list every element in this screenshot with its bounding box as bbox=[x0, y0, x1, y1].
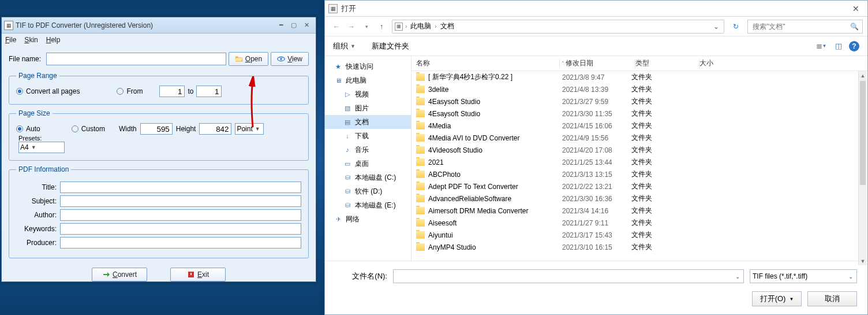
sidebar-item[interactable]: 🖥此电脑 bbox=[325, 73, 411, 87]
subject-label: Subject: bbox=[16, 197, 57, 205]
file-row[interactable]: 20212021/1/25 13:44文件夹 bbox=[411, 156, 867, 168]
open-button[interactable]: Open bbox=[229, 52, 268, 66]
from-input[interactable] bbox=[159, 86, 185, 97]
file-type: 文件夹 bbox=[631, 121, 695, 131]
file-input[interactable] bbox=[46, 53, 226, 65]
column-size[interactable]: 大小 bbox=[699, 58, 750, 68]
file-row[interactable]: AnyMP4 Studio2021/3/10 16:15文件夹 bbox=[411, 241, 867, 253]
file-row[interactable]: Aiseesoft2021/1/27 9:11文件夹 bbox=[411, 217, 867, 229]
file-date: 2021/4/8 13:39 bbox=[562, 86, 631, 94]
minimize-button[interactable]: ━ bbox=[275, 21, 287, 30]
file-name: 4Easysoft Studio bbox=[428, 98, 562, 106]
column-name[interactable]: 名称 bbox=[411, 58, 559, 68]
sidebar-item[interactable]: ⛁本地磁盘 (C:) bbox=[325, 171, 411, 184]
file-row[interactable]: 4Media AVI to DVD Converter2021/4/9 15:5… bbox=[411, 132, 867, 144]
scroll-down-button[interactable]: ▼ bbox=[859, 257, 867, 265]
radio-convert-all[interactable]: Convert all pages bbox=[16, 87, 80, 95]
sidebar-item[interactable]: ⛁本地磁盘 (E:) bbox=[325, 198, 411, 212]
file-row[interactable]: [ 新华字典4秒1步检字0.22 ]2021/3/8 9:47文件夹 bbox=[411, 71, 867, 83]
file-name: AdvancedReliableSoftware bbox=[428, 195, 562, 203]
file-row[interactable]: AdvancedReliableSoftware2021/3/30 16:36文… bbox=[411, 192, 867, 205]
sidebar-item[interactable]: ▧图片 bbox=[325, 101, 411, 115]
chevron-down-icon: ▼ bbox=[31, 144, 36, 150]
file-row[interactable]: 4Esaysoft Studio2021/3/30 11:35文件夹 bbox=[411, 108, 867, 120]
column-date[interactable]: 修改日期 bbox=[566, 58, 635, 68]
search-input[interactable] bbox=[751, 22, 850, 31]
sidebar-item[interactable]: ★快速访问 bbox=[325, 60, 411, 73]
convert-button[interactable]: Convert bbox=[92, 268, 147, 281]
exit-button[interactable]: Exit bbox=[170, 268, 226, 281]
star-icon: ★ bbox=[334, 62, 342, 71]
sidebar-item[interactable]: ▭桌面 bbox=[325, 157, 411, 171]
file-row[interactable]: Aiyuntui2021/3/17 15:43文件夹 bbox=[411, 229, 867, 241]
chevron-down-icon[interactable]: ⌄ bbox=[734, 273, 741, 280]
search-box[interactable]: 🔍 bbox=[747, 20, 863, 34]
nav-back-button[interactable]: ← bbox=[330, 20, 343, 34]
radio-custom[interactable]: Custom bbox=[72, 125, 105, 133]
nav-recent-button[interactable]: ▾ bbox=[360, 20, 373, 34]
sidebar-item[interactable]: ⛁软件 (D:) bbox=[325, 184, 411, 198]
refresh-button[interactable]: ↻ bbox=[729, 20, 743, 34]
keywords-input[interactable] bbox=[60, 223, 301, 235]
scroll-thumb[interactable] bbox=[860, 81, 866, 185]
new-folder-button[interactable]: 新建文件夹 bbox=[372, 41, 409, 51]
file-row[interactable]: Adept PDF To Text Converter2021/2/22 13:… bbox=[411, 180, 867, 192]
menu-file[interactable]: File bbox=[5, 36, 16, 44]
sidebar-item[interactable]: ✈网络 bbox=[325, 212, 411, 226]
maximize-button[interactable]: ▢ bbox=[288, 21, 300, 30]
breadcrumb-bar[interactable]: ▦ › 此电脑 › 文档 ⌄ bbox=[392, 20, 724, 34]
breadcrumb-documents[interactable]: 文档 bbox=[438, 21, 457, 31]
sidebar-item[interactable]: ↓下载 bbox=[325, 129, 411, 143]
file-row[interactable]: 3delite2021/4/8 13:39文件夹 bbox=[411, 83, 867, 95]
dialog-close-button[interactable]: ✕ bbox=[848, 3, 864, 14]
filter-combo[interactable]: TIF files (*.tif,*.tiff) ⌄ bbox=[750, 269, 857, 283]
nav-up-button[interactable]: ↑ bbox=[375, 20, 388, 34]
dialog-icon: ▦ bbox=[328, 4, 338, 13]
filename-combo[interactable]: ⌄ bbox=[393, 269, 744, 283]
close-button[interactable]: ✕ bbox=[301, 21, 312, 30]
scroll-up-button[interactable]: ▲ bbox=[859, 71, 867, 80]
file-row[interactable]: 4Videosoft Studio2021/4/20 17:08文件夹 bbox=[411, 144, 867, 156]
unit-select[interactable]: Point ▼ bbox=[235, 123, 264, 135]
author-input[interactable] bbox=[60, 209, 301, 221]
view-mode-button[interactable]: ≣ ▼ bbox=[814, 39, 828, 53]
menu-skin[interactable]: Skin bbox=[24, 36, 38, 44]
file-row[interactable]: 4Easysoft Studio2021/3/27 9:59文件夹 bbox=[411, 95, 867, 108]
vertical-scrollbar[interactable]: ▲ ▼ bbox=[858, 71, 867, 265]
dialog-titlebar: ▦ 打开 ✕ bbox=[325, 1, 867, 17]
title-input[interactable] bbox=[60, 181, 301, 193]
view-button[interactable]: View bbox=[271, 52, 309, 66]
file-type: 文件夹 bbox=[631, 206, 695, 216]
file-date: 2021/1/25 13:44 bbox=[562, 158, 631, 166]
height-input[interactable] bbox=[199, 123, 231, 135]
preset-select[interactable]: A4 ▼ bbox=[18, 142, 65, 153]
dialog-cancel-button[interactable]: 取消 bbox=[807, 291, 857, 306]
radio-dot-icon bbox=[16, 88, 23, 95]
file-name: ABCPhoto bbox=[428, 171, 562, 179]
subject-input[interactable] bbox=[60, 195, 301, 207]
nav-forward-button[interactable]: → bbox=[345, 20, 358, 34]
preview-pane-button[interactable]: ◫ bbox=[832, 39, 845, 53]
help-button[interactable]: ? bbox=[849, 41, 859, 51]
radio-from[interactable]: From bbox=[117, 87, 143, 95]
organize-menu[interactable]: 组织 ▼ bbox=[333, 41, 356, 51]
to-input[interactable] bbox=[196, 86, 222, 97]
radio-auto[interactable]: Auto bbox=[16, 125, 40, 133]
disk-icon: ⛁ bbox=[343, 201, 351, 209]
sidebar-item[interactable]: ▤文档 bbox=[325, 115, 411, 129]
file-row[interactable]: Aimersoft DRM Media Converter2021/3/4 14… bbox=[411, 205, 867, 217]
chevron-down-icon[interactable]: ⌄ bbox=[847, 273, 854, 280]
path-dropdown[interactable]: ⌄ bbox=[711, 23, 721, 31]
menu-help[interactable]: Help bbox=[46, 36, 61, 44]
breadcrumb-this-pc[interactable]: 此电脑 bbox=[408, 21, 433, 31]
column-type[interactable]: 类型 bbox=[635, 58, 699, 68]
sidebar-item-label: 网络 bbox=[346, 214, 360, 224]
dialog-open-button[interactable]: 打开(O) ▼ bbox=[752, 291, 802, 306]
file-row[interactable]: 4Media2021/4/15 16:06文件夹 bbox=[411, 120, 867, 132]
file-row[interactable]: ABCPhoto2021/3/13 13:15文件夹 bbox=[411, 168, 867, 180]
width-input[interactable] bbox=[140, 123, 173, 135]
dialog-body: ★快速访问🖥此电脑▷视频▧图片▤文档↓下载♪音乐▭桌面⛁本地磁盘 (C:)⛁软件… bbox=[325, 56, 867, 261]
sidebar-item[interactable]: ♪音乐 bbox=[325, 143, 411, 157]
sidebar-item[interactable]: ▷视频 bbox=[325, 87, 411, 101]
producer-input[interactable] bbox=[60, 237, 301, 249]
